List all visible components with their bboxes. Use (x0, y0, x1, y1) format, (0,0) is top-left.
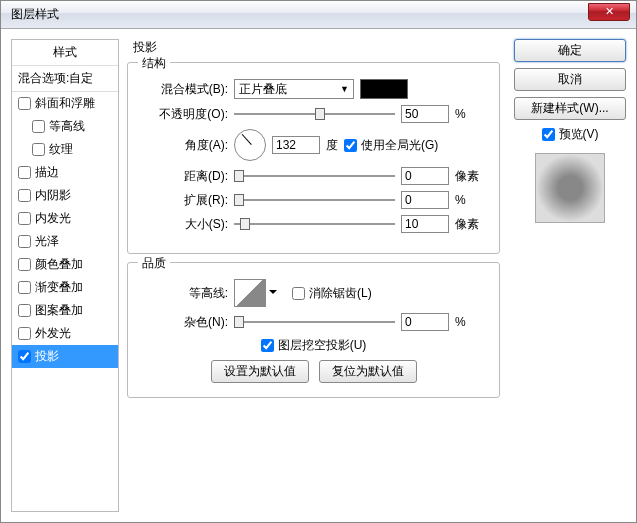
quality-title: 品质 (138, 255, 170, 272)
noise-unit: % (455, 315, 485, 329)
sidebar-item-0[interactable]: 斜面和浮雕 (12, 92, 118, 115)
distance-unit: 像素 (455, 168, 485, 185)
global-light-checkbox[interactable]: 使用全局光(G) (344, 137, 438, 154)
preview-label: 预览(V) (559, 126, 599, 143)
sidebar-item-checkbox[interactable] (18, 235, 31, 248)
structure-title: 结构 (138, 55, 170, 72)
antialias-checkbox[interactable]: 消除锯齿(L) (292, 285, 372, 302)
main-panel: 投影 结构 混合模式(B): 正片叠底 ▼ 不透明度(O): % (119, 39, 508, 512)
window-title: 图层样式 (11, 6, 59, 23)
noise-slider[interactable] (234, 314, 395, 330)
sidebar-item-3[interactable]: 描边 (12, 161, 118, 184)
sidebar-item-checkbox[interactable] (18, 281, 31, 294)
sidebar-item-1[interactable]: 等高线 (12, 115, 118, 138)
sidebar-item-checkbox[interactable] (18, 189, 31, 202)
sidebar-item-10[interactable]: 外发光 (12, 322, 118, 345)
sidebar-item-label: 投影 (35, 348, 59, 365)
distance-input[interactable] (401, 167, 449, 185)
blend-mode-label: 混合模式(B): (142, 81, 228, 98)
sidebar-item-label: 渐变叠加 (35, 279, 83, 296)
size-unit: 像素 (455, 216, 485, 233)
antialias-label: 消除锯齿(L) (309, 285, 372, 302)
ok-button[interactable]: 确定 (514, 39, 626, 62)
sidebar-item-label: 图案叠加 (35, 302, 83, 319)
structure-group: 结构 混合模式(B): 正片叠底 ▼ 不透明度(O): % 角度( (127, 62, 500, 254)
sidebar-item-checkbox[interactable] (18, 258, 31, 271)
style-sidebar: 样式 混合选项:自定 斜面和浮雕等高线纹理描边内阴影内发光光泽颜色叠加渐变叠加图… (11, 39, 119, 512)
sidebar-item-label: 内发光 (35, 210, 71, 227)
titlebar: 图层样式 ✕ (1, 1, 636, 29)
cancel-button[interactable]: 取消 (514, 68, 626, 91)
contour-label: 等高线: (142, 285, 228, 302)
sidebar-item-checkbox[interactable] (18, 304, 31, 317)
global-light-label: 使用全局光(G) (361, 137, 438, 154)
angle-unit: 度 (326, 137, 338, 154)
sidebar-item-label: 等高线 (49, 118, 85, 135)
sidebar-item-9[interactable]: 图案叠加 (12, 299, 118, 322)
effect-title: 投影 (133, 39, 500, 56)
preview-thumbnail (535, 153, 605, 223)
sidebar-item-8[interactable]: 渐变叠加 (12, 276, 118, 299)
sidebar-item-label: 颜色叠加 (35, 256, 83, 273)
spread-label: 扩展(R): (142, 192, 228, 209)
reset-default-button[interactable]: 复位为默认值 (319, 360, 417, 383)
angle-dial[interactable] (234, 129, 266, 161)
noise-input[interactable] (401, 313, 449, 331)
distance-slider[interactable] (234, 168, 395, 184)
opacity-label: 不透明度(O): (142, 106, 228, 123)
size-input[interactable] (401, 215, 449, 233)
spread-unit: % (455, 193, 485, 207)
knockout-label: 图层挖空投影(U) (278, 337, 367, 354)
close-button[interactable]: ✕ (588, 3, 630, 21)
angle-input[interactable] (272, 136, 320, 154)
opacity-slider[interactable] (234, 106, 395, 122)
sidebar-item-7[interactable]: 颜色叠加 (12, 253, 118, 276)
blend-mode-dropdown[interactable]: 正片叠底 ▼ (234, 79, 354, 99)
size-label: 大小(S): (142, 216, 228, 233)
contour-picker[interactable] (234, 279, 266, 307)
opacity-input[interactable] (401, 105, 449, 123)
chevron-down-icon: ▼ (340, 84, 349, 94)
dialog-window: 图层样式 ✕ 样式 混合选项:自定 斜面和浮雕等高线纹理描边内阴影内发光光泽颜色… (0, 0, 637, 523)
spread-slider[interactable] (234, 192, 395, 208)
blend-mode-value: 正片叠底 (239, 81, 287, 98)
sidebar-item-checkbox[interactable] (32, 143, 45, 156)
sidebar-item-label: 光泽 (35, 233, 59, 250)
sidebar-item-4[interactable]: 内阴影 (12, 184, 118, 207)
sidebar-item-checkbox[interactable] (18, 350, 31, 363)
sidebar-item-checkbox[interactable] (18, 166, 31, 179)
angle-label: 角度(A): (142, 137, 228, 154)
knockout-checkbox[interactable]: 图层挖空投影(U) (261, 337, 367, 354)
sidebar-item-checkbox[interactable] (18, 97, 31, 110)
sidebar-item-5[interactable]: 内发光 (12, 207, 118, 230)
preview-checkbox[interactable]: 预览(V) (514, 126, 626, 143)
sidebar-item-6[interactable]: 光泽 (12, 230, 118, 253)
sidebar-item-label: 描边 (35, 164, 59, 181)
sidebar-item-11[interactable]: 投影 (12, 345, 118, 368)
size-slider[interactable] (234, 216, 395, 232)
sidebar-item-label: 斜面和浮雕 (35, 95, 95, 112)
quality-group: 品质 等高线: 消除锯齿(L) 杂色(N): % (127, 262, 500, 398)
shadow-color-well[interactable] (360, 79, 408, 99)
noise-label: 杂色(N): (142, 314, 228, 331)
content-area: 样式 混合选项:自定 斜面和浮雕等高线纹理描边内阴影内发光光泽颜色叠加渐变叠加图… (1, 29, 636, 522)
spread-input[interactable] (401, 191, 449, 209)
sidebar-blend-options[interactable]: 混合选项:自定 (12, 66, 118, 92)
new-style-button[interactable]: 新建样式(W)... (514, 97, 626, 120)
distance-label: 距离(D): (142, 168, 228, 185)
sidebar-item-checkbox[interactable] (18, 327, 31, 340)
right-panel: 确定 取消 新建样式(W)... 预览(V) (508, 39, 626, 512)
sidebar-item-2[interactable]: 纹理 (12, 138, 118, 161)
sidebar-header: 样式 (12, 40, 118, 66)
make-default-button[interactable]: 设置为默认值 (211, 360, 309, 383)
sidebar-item-label: 内阴影 (35, 187, 71, 204)
sidebar-item-checkbox[interactable] (18, 212, 31, 225)
sidebar-item-label: 纹理 (49, 141, 73, 158)
sidebar-item-checkbox[interactable] (32, 120, 45, 133)
opacity-unit: % (455, 107, 485, 121)
sidebar-item-label: 外发光 (35, 325, 71, 342)
